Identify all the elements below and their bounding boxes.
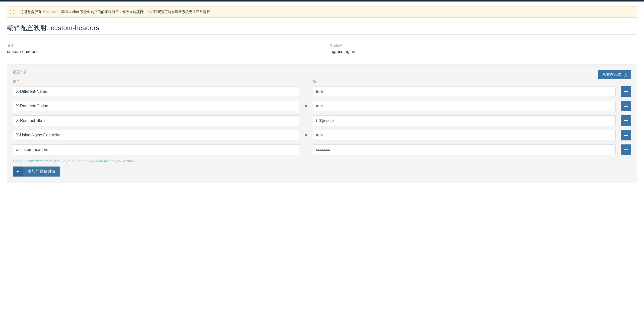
page-title-prefix: 编辑配置映射: <box>7 24 51 32</box>
page-title: 编辑配置映射: custom-headers <box>7 24 637 32</box>
plus-icon: + <box>13 167 23 177</box>
minus-icon <box>624 120 628 121</box>
warning-text: 这是包含所有 Kubernetes 和 Rancher 系统命名空间的系统项目，… <box>17 7 637 17</box>
divider <box>7 34 637 35</box>
key-input[interactable] <box>13 86 299 97</box>
section-label: 配置映射 <box>13 70 598 74</box>
value-input[interactable] <box>313 115 616 126</box>
key-input[interactable] <box>13 130 299 140</box>
name-value: custom-headers <box>7 49 314 54</box>
namespace-value: ingress-nginx <box>330 49 637 54</box>
kv-row: = <box>13 101 631 111</box>
top-nav-bar <box>0 0 644 2</box>
equals-sign: = <box>304 104 308 108</box>
remove-row-button[interactable] <box>621 130 631 140</box>
add-row-label: 添加配置映射值 <box>23 167 60 177</box>
add-row-button[interactable]: + 添加配置映射值 <box>13 167 60 177</box>
namespace-label: 命名空间 <box>330 43 637 48</box>
kv-row: = <box>13 86 631 97</box>
key-column-header: 键* <box>13 79 299 84</box>
system-warning-banner: 这是包含所有 Kubernetes 和 Rancher 系统命名空间的系统项目，… <box>7 7 637 18</box>
key-input[interactable] <box>13 101 299 111</box>
read-from-file-button[interactable]: 从文件读取 <box>598 70 631 79</box>
page-title-name: custom-headers <box>51 24 99 32</box>
key-input[interactable] <box>13 144 299 155</box>
name-label: 名称 <box>7 43 314 48</box>
equals-sign: = <box>304 89 308 94</box>
minus-icon <box>624 135 628 136</box>
minus-icon <box>624 91 628 92</box>
value-input[interactable] <box>313 101 616 111</box>
protip-text: ProTip: Paste lines of key=value pairs i… <box>13 159 631 163</box>
remove-row-button[interactable] <box>621 101 631 111</box>
kv-row: = <box>13 144 631 155</box>
upload-icon <box>623 73 627 77</box>
remove-row-button[interactable] <box>621 115 631 126</box>
minus-icon <box>624 149 628 150</box>
remove-row-button[interactable] <box>621 86 631 97</box>
value-input[interactable] <box>313 130 616 140</box>
remove-row-button[interactable] <box>621 144 631 155</box>
value-input[interactable] <box>313 144 616 155</box>
svg-point-2 <box>12 11 12 11</box>
value-column-header: 值 <box>313 79 616 84</box>
info-icon <box>7 7 17 17</box>
kv-row: = <box>13 115 631 126</box>
read-from-file-label: 从文件读取 <box>602 72 621 77</box>
minus-icon <box>624 106 628 107</box>
configmap-panel: 配置映射 从文件读取 键* 值 ===== ProTip: Paste line… <box>7 64 637 183</box>
equals-sign: = <box>304 147 308 152</box>
equals-sign: = <box>304 118 308 123</box>
kv-row: = <box>13 130 631 140</box>
value-input[interactable] <box>313 86 616 97</box>
key-input[interactable] <box>13 115 299 126</box>
equals-sign: = <box>304 133 308 137</box>
